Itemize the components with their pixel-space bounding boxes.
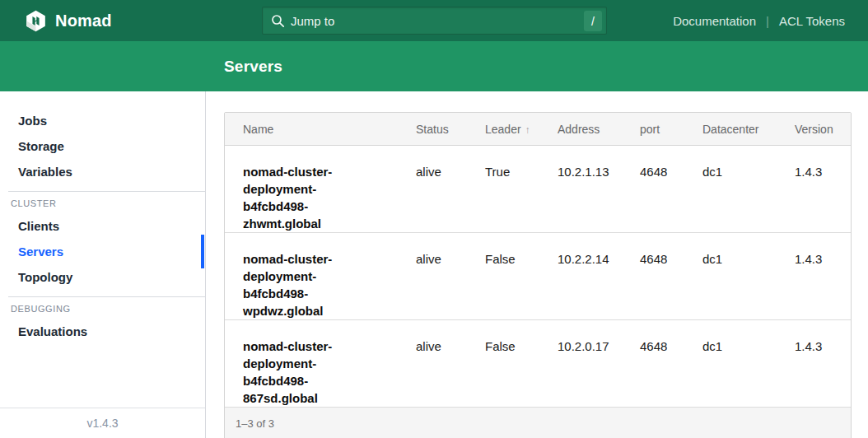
app-version: v1.4.3 <box>86 417 118 430</box>
server-row[interactable]: nomad-cluster-deployment-b4fcbd498-867sd… <box>225 320 851 408</box>
servers-table: Name Status Leader↑ Address port Datacen… <box>224 112 852 438</box>
sidebar-group-cluster: Clients Servers Topology <box>0 213 205 290</box>
server-version: 1.4.3 <box>795 338 851 355</box>
sidebar-item-variables[interactable]: Variables <box>0 159 205 184</box>
server-address: 10.2.1.13 <box>558 163 640 180</box>
page-title: Servers <box>224 58 282 76</box>
column-header-address[interactable]: Address <box>558 123 640 136</box>
main-panel: Name Status Leader↑ Address port Datacen… <box>206 91 868 438</box>
server-name: nomad-cluster-deployment-b4fcbd498-zhwmt… <box>225 163 386 232</box>
nomad-brand[interactable]: Nomad <box>25 10 112 32</box>
column-header-port[interactable]: port <box>640 123 702 136</box>
brand-title: Nomad <box>55 12 112 30</box>
page-header: Servers <box>0 41 868 91</box>
topnav-links: Documentation | ACL Tokens <box>673 14 868 28</box>
search-icon <box>271 14 285 28</box>
server-version: 1.4.3 <box>795 250 851 268</box>
top-navbar: Nomad / Documentation | ACL Tokens <box>0 0 868 41</box>
sidebar-group-main: Jobs Storage Variables <box>0 108 205 184</box>
jump-to-search[interactable]: / <box>262 7 607 35</box>
server-address: 10.2.2.14 <box>558 250 640 268</box>
server-version: 1.4.3 <box>795 163 851 180</box>
sidebar-item-storage[interactable]: Storage <box>0 133 205 159</box>
slash-shortcut-badge: / <box>584 11 602 31</box>
sidebar-section-label-debugging: DEBUGGING <box>11 304 205 314</box>
sidebar-item-jobs[interactable]: Jobs <box>0 108 205 133</box>
column-header-datacenter[interactable]: Datacenter <box>702 123 795 136</box>
server-address: 10.2.0.17 <box>558 338 640 355</box>
pagination-label: 1–3 of 3 <box>236 417 274 430</box>
server-port: 4648 <box>640 250 702 268</box>
server-datacenter: dc1 <box>702 163 795 180</box>
links-separator: | <box>766 14 769 28</box>
server-port: 4648 <box>640 338 702 355</box>
column-header-version[interactable]: Version <box>795 123 851 136</box>
sidebar-divider <box>8 296 205 297</box>
column-header-leader[interactable]: Leader↑ <box>485 123 558 136</box>
acl-tokens-link[interactable]: ACL Tokens <box>779 14 845 28</box>
nomad-logo-icon <box>25 10 47 32</box>
server-row[interactable]: nomad-cluster-deployment-b4fcbd498-zhwmt… <box>225 146 851 233</box>
sidebar: Jobs Storage Variables CLUSTER Clients S… <box>0 91 206 438</box>
sidebar-divider <box>8 191 205 192</box>
server-status: alive <box>416 250 485 268</box>
sidebar-section-label-cluster: CLUSTER <box>11 198 205 208</box>
column-header-status[interactable]: Status <box>416 123 485 136</box>
server-leader: False <box>485 338 558 355</box>
server-datacenter: dc1 <box>702 338 795 355</box>
column-header-name[interactable]: Name <box>225 123 416 136</box>
server-status: alive <box>416 163 485 180</box>
sidebar-item-topology[interactable]: Topology <box>0 264 205 290</box>
sidebar-group-debugging: Evaluations <box>0 319 205 344</box>
server-leader: True <box>485 163 558 180</box>
server-status: alive <box>416 338 485 355</box>
content-area: Jobs Storage Variables CLUSTER Clients S… <box>0 91 868 438</box>
server-row[interactable]: nomad-cluster-deployment-b4fcbd498-wpdwz… <box>225 233 851 320</box>
table-header-row: Name Status Leader↑ Address port Datacen… <box>225 113 851 146</box>
jump-to-input[interactable] <box>263 7 606 34</box>
documentation-link[interactable]: Documentation <box>673 14 756 28</box>
server-name: nomad-cluster-deployment-b4fcbd498-wpdwz… <box>225 250 386 319</box>
server-datacenter: dc1 <box>702 250 795 268</box>
sort-arrow-icon: ↑ <box>525 124 530 136</box>
server-leader: False <box>485 250 558 268</box>
server-port: 4648 <box>640 163 702 180</box>
sidebar-item-clients[interactable]: Clients <box>0 213 205 239</box>
sidebar-item-servers[interactable]: Servers <box>0 239 205 264</box>
sidebar-footer: v1.4.3 <box>0 408 205 438</box>
server-name: nomad-cluster-deployment-b4fcbd498-867sd… <box>225 338 386 407</box>
sidebar-item-evaluations[interactable]: Evaluations <box>0 319 205 344</box>
table-footer: 1–3 of 3 <box>225 408 851 438</box>
